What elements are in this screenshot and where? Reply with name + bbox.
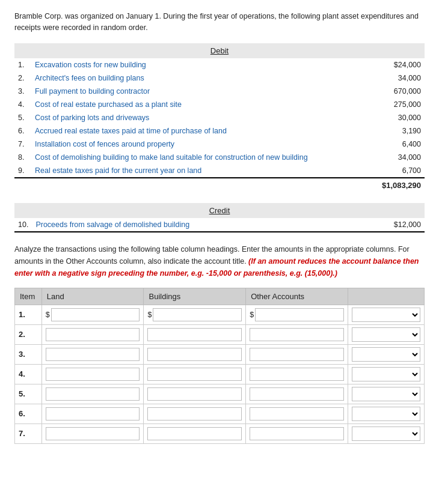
other-accounts-cell bbox=[246, 384, 348, 404]
land-cell bbox=[41, 344, 144, 364]
account-title-cell bbox=[348, 305, 424, 324]
account-title-cell bbox=[348, 424, 424, 443]
buildings-cell bbox=[144, 384, 246, 404]
credit-header: Credit bbox=[14, 203, 425, 218]
account-title-cell bbox=[348, 324, 424, 344]
other-accounts-input[interactable] bbox=[250, 368, 344, 381]
debit-row: 2. Architect's fees on building plans 34… bbox=[14, 71, 425, 85]
col-land-header: Land bbox=[41, 288, 144, 305]
account-title-select[interactable] bbox=[352, 327, 420, 342]
buildings-cell bbox=[144, 424, 246, 443]
buildings-input[interactable] bbox=[153, 308, 242, 321]
account-title-select[interactable] bbox=[352, 308, 420, 322]
buildings-cell bbox=[144, 324, 246, 344]
credit-row: 10. Proceeds from salvage of demolished … bbox=[14, 218, 425, 232]
account-title-select[interactable] bbox=[352, 407, 420, 421]
input-row: 1. $ $ $ bbox=[15, 305, 425, 324]
land-input[interactable] bbox=[46, 407, 140, 421]
land-input[interactable] bbox=[46, 328, 140, 341]
row-item-num: 3. bbox=[15, 344, 42, 364]
input-row: 7. bbox=[15, 424, 425, 443]
land-cell bbox=[41, 424, 144, 443]
land-input[interactable] bbox=[46, 368, 140, 381]
buildings-cell bbox=[144, 364, 246, 384]
buildings-input[interactable] bbox=[147, 368, 242, 381]
other-accounts-input[interactable] bbox=[250, 328, 344, 341]
other-accounts-cell: $ bbox=[246, 305, 348, 324]
col-item-header: Item bbox=[15, 288, 42, 305]
other-accounts-input[interactable] bbox=[250, 387, 344, 401]
row-item-num: 6. bbox=[15, 404, 42, 424]
debit-row: 7. Installation cost of fences around pr… bbox=[14, 138, 425, 151]
buildings-input[interactable] bbox=[147, 427, 242, 440]
account-title-select[interactable] bbox=[352, 367, 420, 381]
debit-header: Debit bbox=[14, 43, 425, 58]
buildings-input[interactable] bbox=[147, 328, 242, 341]
land-cell bbox=[41, 364, 144, 384]
buildings-cell: $ bbox=[144, 305, 246, 324]
input-table-header-row: Item Land Buildings Other Accounts bbox=[15, 288, 425, 305]
account-title-select[interactable] bbox=[352, 347, 420, 362]
credit-table: Credit 10. Proceeds from salvage of demo… bbox=[14, 203, 425, 232]
land-input[interactable] bbox=[46, 387, 140, 401]
account-title-cell bbox=[348, 344, 424, 364]
other-accounts-input[interactable] bbox=[250, 348, 344, 361]
land-input[interactable] bbox=[46, 348, 140, 361]
land-cell bbox=[41, 404, 144, 424]
land-cell bbox=[41, 324, 144, 344]
debit-row: 1. Excavation costs for new building $24… bbox=[14, 58, 425, 71]
col-other-header: Other Accounts bbox=[246, 288, 348, 305]
land-input[interactable] bbox=[46, 427, 140, 440]
credit-spacer-row bbox=[14, 232, 425, 232]
other-accounts-cell bbox=[246, 424, 348, 443]
analysis-instructions: Analyze the transactions using the follo… bbox=[14, 243, 425, 279]
col-dropdown-header bbox=[348, 288, 424, 305]
buildings-cell bbox=[144, 404, 246, 424]
other-accounts-cell bbox=[246, 364, 348, 384]
debit-row: 8. Cost of demolishing building to make … bbox=[14, 151, 425, 164]
input-row: 3. bbox=[15, 344, 425, 364]
land-cell: $ bbox=[41, 305, 144, 324]
other-accounts-cell bbox=[246, 404, 348, 424]
row-item-num: 7. bbox=[15, 424, 42, 443]
debit-row: 3. Full payment to building contractor 6… bbox=[14, 85, 425, 98]
col-buildings-header: Buildings bbox=[144, 288, 246, 305]
other-accounts-cell bbox=[246, 344, 348, 364]
debit-row: 9. Real estate taxes paid for the curren… bbox=[14, 164, 425, 178]
buildings-input[interactable] bbox=[147, 348, 242, 361]
account-title-select[interactable] bbox=[352, 427, 420, 441]
buildings-cell bbox=[144, 344, 246, 364]
input-row: 6. bbox=[15, 404, 425, 424]
debit-table: Debit 1. Excavation costs for new buildi… bbox=[14, 43, 425, 192]
row-item-num: 2. bbox=[15, 324, 42, 344]
row-item-num: 1. bbox=[15, 305, 42, 324]
buildings-input[interactable] bbox=[147, 407, 242, 421]
input-row: 4. bbox=[15, 364, 425, 384]
account-title-select[interactable] bbox=[352, 387, 420, 401]
debit-row: 5. Cost of parking lots and driveways 30… bbox=[14, 111, 425, 124]
input-row: 2. bbox=[15, 324, 425, 344]
land-input[interactable] bbox=[51, 308, 140, 321]
other-accounts-input[interactable] bbox=[255, 308, 344, 321]
other-accounts-cell bbox=[246, 324, 348, 344]
land-cell bbox=[41, 384, 144, 404]
intro-text: Bramble Corp. was organized on January 1… bbox=[14, 11, 425, 34]
row-item-num: 4. bbox=[15, 364, 42, 384]
row-item-num: 5. bbox=[15, 384, 42, 404]
account-title-cell bbox=[348, 364, 424, 384]
other-accounts-input[interactable] bbox=[250, 407, 344, 421]
other-accounts-input[interactable] bbox=[250, 427, 344, 440]
input-table: Item Land Buildings Other Accounts 1. $ … bbox=[14, 288, 425, 444]
input-row: 5. bbox=[15, 384, 425, 404]
buildings-input[interactable] bbox=[147, 387, 242, 401]
debit-row: 6. Accrued real estate taxes paid at tim… bbox=[14, 124, 425, 138]
debit-total-row: $1,083,290 bbox=[14, 178, 425, 192]
account-title-cell bbox=[348, 404, 424, 424]
debit-row: 4. Cost of real estate purchased as a pl… bbox=[14, 98, 425, 111]
account-title-cell bbox=[348, 384, 424, 404]
debit-total: $1,083,290 bbox=[370, 178, 425, 192]
